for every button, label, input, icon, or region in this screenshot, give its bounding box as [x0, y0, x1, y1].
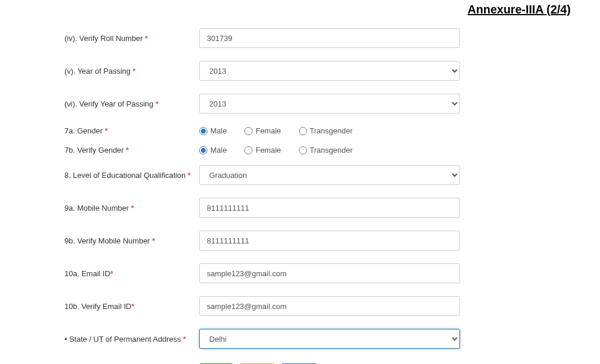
email-input[interactable]	[199, 263, 460, 283]
education-select[interactable]: Graduation	[199, 165, 460, 185]
required-marker: *	[110, 269, 113, 278]
label-state-text: • State / UT of Permanent Address	[64, 335, 181, 344]
label-verify-email: 10b. Verify Email ID*	[23, 302, 199, 311]
label-verify-gender: 7b. Verify Gender *	[23, 146, 199, 154]
label-verify-roll: (iv). Verify Roll Number *	[23, 34, 199, 43]
row-gender: 7a. Gender * Male Female Transgender	[23, 126, 577, 135]
gender-transgender-label: Transgender	[310, 126, 353, 135]
gender-transgender-radio[interactable]	[299, 127, 307, 135]
verify-email-input[interactable]	[199, 296, 460, 316]
gender-female-option[interactable]: Female	[244, 126, 281, 135]
row-verify-roll: (iv). Verify Roll Number *	[23, 28, 577, 48]
verify-mobile-input[interactable]	[199, 231, 460, 250]
required-marker: *	[152, 236, 155, 245]
row-verify-mobile: 9b. Verify Mobile Number *	[23, 231, 577, 250]
required-marker: *	[155, 99, 158, 108]
label-verify-gender-text: 7b. Verify Gender	[64, 146, 124, 154]
required-marker: *	[131, 204, 134, 212]
label-education: 8. Level of Educational Qualification *	[23, 171, 199, 180]
verify-year-passing-select[interactable]: 2013	[199, 94, 460, 114]
required-marker: *	[131, 302, 134, 311]
verify-gender-male-option[interactable]: Male	[199, 146, 227, 154]
row-verify-email: 10b. Verify Email ID*	[23, 296, 577, 316]
row-education: 8. Level of Educational Qualification * …	[23, 165, 577, 185]
label-mobile-text: 9a. Mobile Number	[64, 204, 129, 212]
required-marker: *	[105, 126, 108, 135]
verify-roll-input[interactable]	[199, 28, 460, 48]
required-marker: *	[183, 335, 186, 344]
page-title: Annexure-IIIA (2/4)	[23, 0, 571, 28]
gender-female-radio[interactable]	[244, 127, 253, 135]
label-gender-text: 7a. Gender	[64, 126, 103, 135]
gender-male-radio[interactable]	[199, 127, 207, 135]
required-marker: *	[126, 146, 129, 154]
state-select[interactable]: Delhi	[199, 329, 460, 349]
label-year-passing-text: (v). Year of Passing	[64, 67, 131, 75]
verify-gender-transgender-radio[interactable]	[299, 146, 307, 154]
gender-male-label: Male	[210, 126, 227, 135]
mobile-input[interactable]	[199, 198, 460, 218]
verify-gender-radio-group: Male Female Transgender	[199, 146, 460, 154]
label-mobile: 9a. Mobile Number *	[23, 204, 199, 212]
row-verify-year-passing: (vi). Verify Year of Passing * 2013	[23, 94, 577, 114]
label-verify-year-passing-text: (vi). Verify Year of Passing	[64, 99, 154, 108]
label-email: 10a. Email ID*	[23, 269, 199, 278]
label-email-text: 10a. Email ID	[64, 269, 110, 278]
row-year-passing: (v). Year of Passing * 2013	[23, 61, 577, 81]
verify-gender-female-label: Female	[255, 146, 281, 154]
label-verify-roll-text: (iv). Verify Roll Number	[64, 34, 143, 43]
label-verify-year-passing: (vi). Verify Year of Passing *	[23, 99, 199, 108]
label-year-passing: (v). Year of Passing *	[23, 67, 199, 75]
verify-gender-female-radio[interactable]	[244, 146, 253, 154]
verify-gender-transgender-label: Transgender	[310, 146, 353, 154]
verify-gender-transgender-option[interactable]: Transgender	[299, 146, 353, 154]
verify-gender-male-label: Male	[210, 146, 227, 154]
row-mobile: 9a. Mobile Number *	[23, 198, 577, 218]
label-verify-mobile: 9b. Verify Mobile Number *	[23, 236, 199, 245]
label-verify-email-text: 10b. Verify Email ID	[64, 302, 131, 311]
gender-male-option[interactable]: Male	[199, 126, 227, 135]
row-verify-gender: 7b. Verify Gender * Male Female Transgen…	[23, 146, 577, 154]
gender-radio-group: Male Female Transgender	[199, 126, 460, 135]
required-marker: *	[132, 67, 135, 75]
verify-gender-female-option[interactable]: Female	[244, 146, 281, 154]
label-state: • State / UT of Permanent Address *	[23, 335, 199, 344]
year-passing-select[interactable]: 2013	[199, 61, 460, 81]
verify-gender-male-radio[interactable]	[199, 146, 207, 154]
required-marker: *	[145, 34, 148, 43]
label-education-text: 8. Level of Educational Qualification	[64, 171, 186, 180]
required-marker: *	[188, 171, 190, 180]
label-gender: 7a. Gender *	[23, 126, 199, 135]
row-state: • State / UT of Permanent Address * Delh…	[23, 329, 577, 349]
gender-female-label: Female	[255, 126, 281, 135]
label-verify-mobile-text: 9b. Verify Mobile Number	[64, 236, 150, 245]
row-email: 10a. Email ID*	[23, 263, 577, 283]
gender-transgender-option[interactable]: Transgender	[299, 126, 353, 135]
